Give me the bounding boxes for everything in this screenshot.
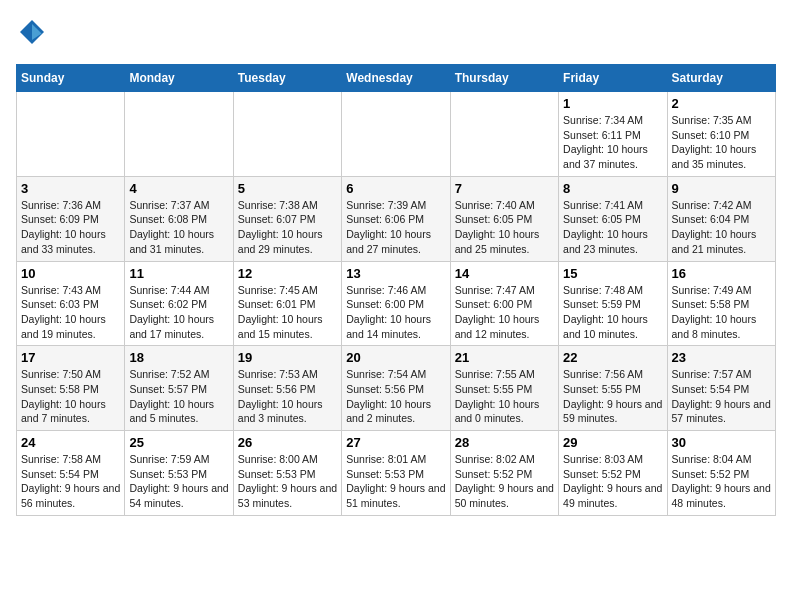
calendar-cell: 14Sunrise: 7:47 AM Sunset: 6:00 PM Dayli… — [450, 261, 558, 346]
calendar-cell — [125, 92, 233, 177]
calendar-cell: 20Sunrise: 7:54 AM Sunset: 5:56 PM Dayli… — [342, 346, 450, 431]
day-number: 16 — [672, 266, 771, 281]
day-info: Sunrise: 7:55 AM Sunset: 5:55 PM Dayligh… — [455, 367, 554, 426]
calendar-cell: 27Sunrise: 8:01 AM Sunset: 5:53 PM Dayli… — [342, 431, 450, 516]
day-number: 21 — [455, 350, 554, 365]
day-number: 18 — [129, 350, 228, 365]
day-info: Sunrise: 7:52 AM Sunset: 5:57 PM Dayligh… — [129, 367, 228, 426]
calendar-cell: 15Sunrise: 7:48 AM Sunset: 5:59 PM Dayli… — [559, 261, 667, 346]
day-number: 12 — [238, 266, 337, 281]
calendar-cell: 22Sunrise: 7:56 AM Sunset: 5:55 PM Dayli… — [559, 346, 667, 431]
day-info: Sunrise: 7:44 AM Sunset: 6:02 PM Dayligh… — [129, 283, 228, 342]
calendar-cell: 24Sunrise: 7:58 AM Sunset: 5:54 PM Dayli… — [17, 431, 125, 516]
day-number: 17 — [21, 350, 120, 365]
calendar-cell: 3Sunrise: 7:36 AM Sunset: 6:09 PM Daylig… — [17, 176, 125, 261]
day-info: Sunrise: 7:49 AM Sunset: 5:58 PM Dayligh… — [672, 283, 771, 342]
calendar-cell: 16Sunrise: 7:49 AM Sunset: 5:58 PM Dayli… — [667, 261, 775, 346]
day-info: Sunrise: 7:47 AM Sunset: 6:00 PM Dayligh… — [455, 283, 554, 342]
day-info: Sunrise: 7:45 AM Sunset: 6:01 PM Dayligh… — [238, 283, 337, 342]
calendar-cell: 1Sunrise: 7:34 AM Sunset: 6:11 PM Daylig… — [559, 92, 667, 177]
day-info: Sunrise: 7:50 AM Sunset: 5:58 PM Dayligh… — [21, 367, 120, 426]
day-info: Sunrise: 7:41 AM Sunset: 6:05 PM Dayligh… — [563, 198, 662, 257]
calendar-week-row: 3Sunrise: 7:36 AM Sunset: 6:09 PM Daylig… — [17, 176, 776, 261]
day-info: Sunrise: 7:54 AM Sunset: 5:56 PM Dayligh… — [346, 367, 445, 426]
calendar-table: SundayMondayTuesdayWednesdayThursdayFrid… — [16, 64, 776, 516]
day-info: Sunrise: 8:01 AM Sunset: 5:53 PM Dayligh… — [346, 452, 445, 511]
day-info: Sunrise: 7:40 AM Sunset: 6:05 PM Dayligh… — [455, 198, 554, 257]
day-number: 3 — [21, 181, 120, 196]
day-info: Sunrise: 7:36 AM Sunset: 6:09 PM Dayligh… — [21, 198, 120, 257]
calendar-cell — [342, 92, 450, 177]
day-info: Sunrise: 8:02 AM Sunset: 5:52 PM Dayligh… — [455, 452, 554, 511]
day-info: Sunrise: 7:42 AM Sunset: 6:04 PM Dayligh… — [672, 198, 771, 257]
day-number: 19 — [238, 350, 337, 365]
page-header — [16, 16, 776, 48]
weekday-header-thursday: Thursday — [450, 65, 558, 92]
calendar-cell — [17, 92, 125, 177]
day-info: Sunrise: 7:48 AM Sunset: 5:59 PM Dayligh… — [563, 283, 662, 342]
calendar-cell: 18Sunrise: 7:52 AM Sunset: 5:57 PM Dayli… — [125, 346, 233, 431]
day-info: Sunrise: 7:34 AM Sunset: 6:11 PM Dayligh… — [563, 113, 662, 172]
calendar-cell — [233, 92, 341, 177]
day-number: 22 — [563, 350, 662, 365]
day-number: 1 — [563, 96, 662, 111]
calendar-week-row: 24Sunrise: 7:58 AM Sunset: 5:54 PM Dayli… — [17, 431, 776, 516]
calendar-header-row: SundayMondayTuesdayWednesdayThursdayFrid… — [17, 65, 776, 92]
calendar-cell: 23Sunrise: 7:57 AM Sunset: 5:54 PM Dayli… — [667, 346, 775, 431]
day-info: Sunrise: 7:56 AM Sunset: 5:55 PM Dayligh… — [563, 367, 662, 426]
day-number: 30 — [672, 435, 771, 450]
day-number: 4 — [129, 181, 228, 196]
weekday-header-wednesday: Wednesday — [342, 65, 450, 92]
day-number: 23 — [672, 350, 771, 365]
calendar-cell: 13Sunrise: 7:46 AM Sunset: 6:00 PM Dayli… — [342, 261, 450, 346]
day-number: 15 — [563, 266, 662, 281]
calendar-week-row: 17Sunrise: 7:50 AM Sunset: 5:58 PM Dayli… — [17, 346, 776, 431]
day-info: Sunrise: 7:46 AM Sunset: 6:00 PM Dayligh… — [346, 283, 445, 342]
calendar-cell: 6Sunrise: 7:39 AM Sunset: 6:06 PM Daylig… — [342, 176, 450, 261]
day-info: Sunrise: 7:43 AM Sunset: 6:03 PM Dayligh… — [21, 283, 120, 342]
day-number: 8 — [563, 181, 662, 196]
calendar-cell: 30Sunrise: 8:04 AM Sunset: 5:52 PM Dayli… — [667, 431, 775, 516]
day-number: 20 — [346, 350, 445, 365]
calendar-cell: 25Sunrise: 7:59 AM Sunset: 5:53 PM Dayli… — [125, 431, 233, 516]
calendar-cell: 26Sunrise: 8:00 AM Sunset: 5:53 PM Dayli… — [233, 431, 341, 516]
calendar-cell: 4Sunrise: 7:37 AM Sunset: 6:08 PM Daylig… — [125, 176, 233, 261]
calendar-cell: 17Sunrise: 7:50 AM Sunset: 5:58 PM Dayli… — [17, 346, 125, 431]
day-number: 27 — [346, 435, 445, 450]
day-number: 13 — [346, 266, 445, 281]
day-info: Sunrise: 8:00 AM Sunset: 5:53 PM Dayligh… — [238, 452, 337, 511]
day-number: 2 — [672, 96, 771, 111]
day-info: Sunrise: 8:04 AM Sunset: 5:52 PM Dayligh… — [672, 452, 771, 511]
day-number: 29 — [563, 435, 662, 450]
calendar-week-row: 10Sunrise: 7:43 AM Sunset: 6:03 PM Dayli… — [17, 261, 776, 346]
weekday-header-tuesday: Tuesday — [233, 65, 341, 92]
day-info: Sunrise: 7:35 AM Sunset: 6:10 PM Dayligh… — [672, 113, 771, 172]
calendar-cell: 21Sunrise: 7:55 AM Sunset: 5:55 PM Dayli… — [450, 346, 558, 431]
day-info: Sunrise: 7:37 AM Sunset: 6:08 PM Dayligh… — [129, 198, 228, 257]
day-number: 11 — [129, 266, 228, 281]
calendar-cell: 7Sunrise: 7:40 AM Sunset: 6:05 PM Daylig… — [450, 176, 558, 261]
weekday-header-sunday: Sunday — [17, 65, 125, 92]
weekday-header-saturday: Saturday — [667, 65, 775, 92]
day-number: 7 — [455, 181, 554, 196]
calendar-cell: 9Sunrise: 7:42 AM Sunset: 6:04 PM Daylig… — [667, 176, 775, 261]
weekday-header-monday: Monday — [125, 65, 233, 92]
day-info: Sunrise: 7:59 AM Sunset: 5:53 PM Dayligh… — [129, 452, 228, 511]
logo-icon — [16, 16, 48, 48]
calendar-cell: 8Sunrise: 7:41 AM Sunset: 6:05 PM Daylig… — [559, 176, 667, 261]
day-number: 24 — [21, 435, 120, 450]
calendar-cell: 2Sunrise: 7:35 AM Sunset: 6:10 PM Daylig… — [667, 92, 775, 177]
day-info: Sunrise: 7:53 AM Sunset: 5:56 PM Dayligh… — [238, 367, 337, 426]
day-info: Sunrise: 7:39 AM Sunset: 6:06 PM Dayligh… — [346, 198, 445, 257]
day-info: Sunrise: 7:58 AM Sunset: 5:54 PM Dayligh… — [21, 452, 120, 511]
day-number: 26 — [238, 435, 337, 450]
day-number: 10 — [21, 266, 120, 281]
day-info: Sunrise: 7:38 AM Sunset: 6:07 PM Dayligh… — [238, 198, 337, 257]
day-number: 6 — [346, 181, 445, 196]
logo — [16, 16, 54, 48]
day-number: 25 — [129, 435, 228, 450]
day-number: 14 — [455, 266, 554, 281]
calendar-cell: 5Sunrise: 7:38 AM Sunset: 6:07 PM Daylig… — [233, 176, 341, 261]
calendar-cell — [450, 92, 558, 177]
day-number: 5 — [238, 181, 337, 196]
